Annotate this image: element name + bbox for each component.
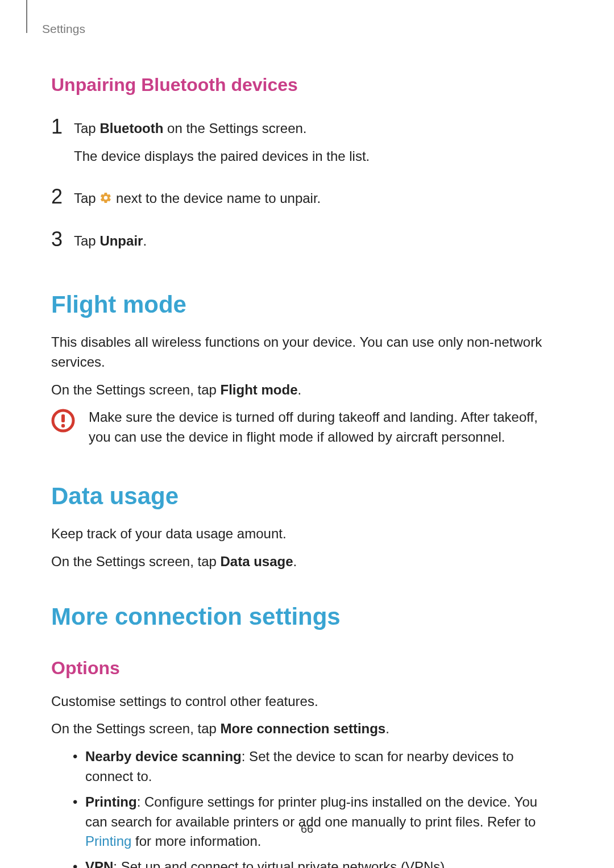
text: . [298,382,302,397]
text: Tap [74,233,99,248]
bold-text: Nearby device scanning [85,749,242,764]
page: Settings Unpairing Bluetooth devices 1 T… [0,0,614,868]
paragraph: On the Settings screen, tap Data usage. [51,552,563,572]
step-line: Tap Bluetooth on the Settings screen. [74,119,563,139]
step-body: Tap Bluetooth on the Settings screen. Th… [74,115,563,175]
text: On the Settings screen, tap [51,382,221,397]
bold-text: Printing [85,794,137,809]
breadcrumb: Settings [42,20,563,38]
heading-more-connection: More connection settings [51,600,563,634]
step-number: 2 [51,185,74,207]
paragraph: On the Settings screen, tap Flight mode. [51,380,563,400]
paragraph: Customise settings to control other feat… [51,692,563,712]
paragraph: Keep track of your data usage amount. [51,524,563,544]
step-number: 3 [51,228,74,250]
text: . [385,721,389,736]
text: Tap [74,121,99,136]
bold-text: Unpair [99,233,143,248]
section-data-usage: Data usage Keep track of your data usage… [51,479,563,571]
text: On the Settings screen, tap [51,554,221,569]
bold-text: Bluetooth [99,121,163,136]
warning-icon [51,409,75,433]
warning: Make sure the device is turned off durin… [51,408,563,447]
paragraph: On the Settings screen, tap More connect… [51,719,563,739]
step-1: 1 Tap Bluetooth on the Settings screen. … [51,115,563,175]
bold-text: Flight mode [221,382,298,397]
bold-text: Data usage [221,554,293,569]
step-3: 3 Tap Unpair. [51,228,563,259]
list-item: VPN: Set up and connect to virtual priva… [73,857,563,868]
step-line: Tap Unpair. [74,231,563,251]
bold-text: More connection settings [221,721,386,736]
list-item: Nearby device scanning: Set the device t… [73,747,563,787]
step-line: The device displays the paired devices i… [74,147,563,167]
heading-flight-mode: Flight mode [51,288,563,322]
heading-options: Options [51,655,563,681]
svg-point-2 [61,424,65,427]
text: . [293,554,297,569]
gear-icon [99,192,112,204]
svg-rect-1 [61,414,65,422]
step-line: Tap next to the device name to unpair. [74,189,563,209]
heading-unpairing: Unpairing Bluetooth devices [51,72,563,98]
paragraph: This disables all wireless functions on … [51,333,563,372]
heading-data-usage: Data usage [51,479,563,514]
text: On the Settings screen, tap [51,721,221,736]
section-flight-mode: Flight mode This disables all wireless f… [51,288,563,447]
bold-text: VPN [85,859,113,868]
step-number: 1 [51,115,74,137]
text: next to the device name to unpair. [112,190,321,206]
page-number: 66 [0,821,614,837]
step-body: Tap Unpair. [74,228,563,259]
bullet-list: Nearby device scanning: Set the device t… [51,747,563,868]
step-2: 2 Tap next to the device name to unpair. [51,185,563,217]
text: on the Settings screen. [163,121,306,136]
warning-text: Make sure the device is turned off durin… [89,408,563,447]
step-body: Tap next to the device name to unpair. [74,185,563,217]
text: . [143,233,147,248]
unpair-steps: 1 Tap Bluetooth on the Settings screen. … [51,115,563,259]
text: Tap [74,190,99,206]
text: : Set up and connect to virtual private … [113,859,449,868]
header-rule [26,0,27,33]
